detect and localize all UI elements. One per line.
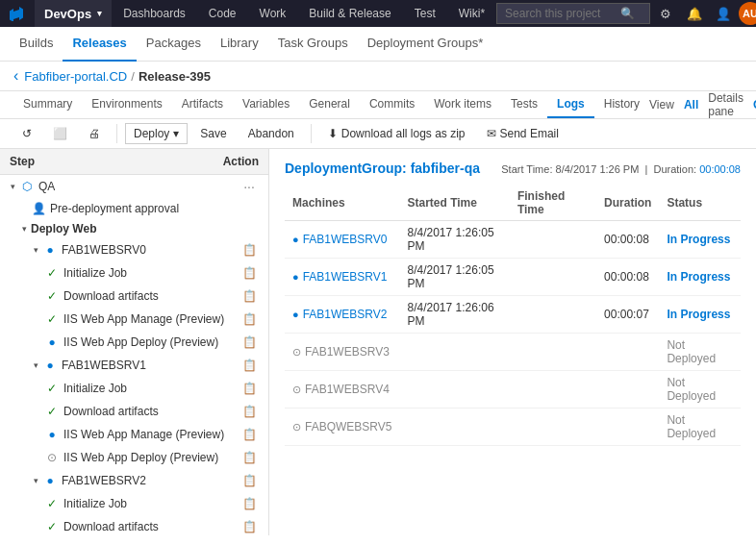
machine-name[interactable]: FAB1WEBSRV4 [305, 383, 390, 396]
download-label: Download all logs as zip [341, 127, 466, 140]
tree-item-srv1[interactable]: ▾ ● FAB1WEBSRV1 📋 [0, 354, 268, 377]
nav-packages[interactable]: Packages [137, 27, 211, 62]
view-label: View [649, 98, 674, 111]
logo[interactable] [0, 0, 35, 27]
srv2-init-log-icon[interactable]: 📋 [238, 495, 261, 512]
settings-icon[interactable]: ⚙ [652, 0, 679, 27]
machine-name[interactable]: FAB1WEBSRV2 [303, 308, 388, 321]
tree-item-srv0-manage[interactable]: ✓ IIS Web App Manage (Preview) 📋 [0, 308, 268, 331]
tab-logs[interactable]: Logs [547, 91, 594, 118]
expand-qa-icon: ▾ [6, 180, 19, 193]
tab-summary[interactable]: Summary [13, 91, 82, 118]
duration-cell: 00:00:08 [596, 221, 659, 259]
tree-item-predeployment[interactable]: 👤 Pre-deployment approval [0, 198, 268, 219]
user-icon[interactable]: 👤 [710, 0, 737, 27]
srv1-status-icon: ● [42, 358, 58, 373]
srv0-label: FAB1WEBSRV0 [62, 243, 238, 257]
srv0-log-icon[interactable]: 📋 [238, 241, 261, 259]
machine-cell[interactable]: ● FAB1WEBSRV2 [285, 296, 399, 334]
tab-tests[interactable]: Tests [501, 91, 547, 118]
tree-item-srv0-deploy[interactable]: ● IIS Web App Deploy (Preview) 📋 [0, 331, 268, 354]
tree-item-srv1-download[interactable]: ✓ Download artifacts 📋 [0, 400, 268, 423]
srv1-download-log-icon[interactable]: 📋 [238, 403, 261, 420]
download-logs-button[interactable]: ⬇ Download all logs as zip [319, 123, 474, 144]
tree-item-srv0[interactable]: ▾ ● FAB1WEBSRV0 📋 [0, 238, 268, 261]
deploy-button[interactable]: Deploy ▾ [125, 123, 188, 144]
avatar[interactable]: AU [739, 2, 756, 25]
tree-item-qa[interactable]: ▾ ⬡ QA ··· [0, 175, 268, 198]
srv0-init-log-icon[interactable]: 📋 [238, 264, 261, 282]
abandon-label: Abandon [248, 127, 294, 140]
print-button[interactable]: 🖨 [80, 123, 109, 144]
search-input[interactable] [505, 7, 620, 20]
machine-cell[interactable]: ⊙ FAB1WEBSRV3 [285, 334, 399, 371]
machine-cell[interactable]: ● FAB1WEBSRV0 [285, 221, 399, 259]
tree-item-deployweb[interactable]: ▾ Deploy Web [0, 219, 268, 238]
nav-build-release[interactable]: Build & Release [297, 0, 402, 27]
tree-item-srv0-download[interactable]: ✓ Download artifacts 📋 [0, 285, 268, 308]
srv1-log-icon[interactable]: 📋 [238, 357, 261, 374]
srv1-init-log-icon[interactable]: 📋 [238, 380, 261, 397]
org-name[interactable]: DevOps ▾ [35, 0, 112, 27]
machine-status-icon: ● [292, 271, 299, 283]
machine-cell[interactable]: ● FAB1WEBSRV1 [285, 259, 399, 296]
nav-task-groups[interactable]: Task Groups [268, 27, 358, 62]
started-cell [399, 334, 509, 371]
nav-deployment-groups[interactable]: Deployment Groups* [358, 27, 493, 62]
tab-commits[interactable]: Commits [360, 91, 424, 118]
tab-environments[interactable]: Environments [82, 91, 171, 118]
srv2-download-log-icon[interactable]: 📋 [238, 518, 261, 535]
notifications-icon[interactable]: 🔔 [681, 0, 708, 27]
dg-meta: Start Time: 8/4/2017 1:26 PM | Duration:… [501, 163, 741, 175]
srv0-deploy-label: IIS Web App Deploy (Preview) [63, 335, 238, 349]
tab-artifacts[interactable]: Artifacts [172, 91, 233, 118]
srv2-init-label: Initialize Job [63, 497, 238, 510]
tree-item-srv2[interactable]: ▾ ● FAB1WEBSRV2 📋 [0, 469, 268, 492]
tree-item-srv1-init[interactable]: ✓ Initialize Job 📋 [0, 377, 268, 400]
tab-general[interactable]: General [299, 91, 360, 118]
tree-item-srv1-manage[interactable]: ● IIS Web App Manage (Preview) 📋 [0, 423, 268, 446]
srv1-deploy-log-icon[interactable]: 📋 [238, 449, 261, 466]
machine-cell[interactable]: ⊙ FABQWEBSRV5 [285, 409, 399, 446]
machine-name[interactable]: FAB1WEBSRV3 [305, 345, 390, 359]
machine-name[interactable]: FABQWEBSRV5 [305, 420, 391, 434]
send-email-button[interactable]: ✉ Send Email [478, 123, 567, 144]
srv0-download-log-icon[interactable]: 📋 [238, 287, 261, 305]
nav-dashboards[interactable]: Dashboards [112, 0, 197, 27]
nav-test[interactable]: Test [403, 0, 447, 27]
machine-name[interactable]: FAB1WEBSRV1 [303, 270, 388, 284]
tree-item-srv1-deploy[interactable]: ⊙ IIS Web App Deploy (Preview) 📋 [0, 446, 268, 469]
refresh-button[interactable]: ↺ [13, 123, 40, 144]
secondary-nav: Builds Releases Packages Library Task Gr… [0, 27, 756, 62]
srv1-manage-log-icon[interactable]: 📋 [238, 426, 261, 443]
back-button[interactable]: ‹ [13, 67, 18, 85]
tree-item-srv2-init[interactable]: ✓ Initialize Job 📋 [0, 492, 268, 515]
nav-code[interactable]: Code [197, 0, 248, 27]
left-panel-header: Step Action [0, 149, 268, 175]
abandon-button[interactable]: Abandon [239, 123, 303, 144]
nav-releases[interactable]: Releases [63, 27, 136, 62]
nav-library[interactable]: Library [211, 27, 268, 62]
tab-variables[interactable]: Variables [233, 91, 299, 118]
nav-builds[interactable]: Builds [10, 27, 63, 62]
pipeline-link[interactable]: Fabfiber-portal.CD [24, 69, 127, 84]
view-all-link[interactable]: All [684, 98, 698, 111]
save-button[interactable]: Save [191, 123, 235, 144]
nav-wiki[interactable]: Wiki* [447, 0, 496, 27]
qa-action-icon[interactable]: ··· [238, 178, 261, 195]
tree-item-srv2-download[interactable]: ✓ Download artifacts 📋 [0, 515, 268, 535]
tab-work-items[interactable]: Work items [424, 91, 501, 118]
snapshot-button[interactable]: ⬜ [44, 123, 76, 144]
tab-history[interactable]: History [594, 91, 649, 118]
srv0-manage-log-icon[interactable]: 📋 [238, 310, 261, 328]
srv2-log-icon[interactable]: 📋 [238, 472, 261, 489]
srv0-deploy-log-icon[interactable]: 📋 [238, 334, 261, 351]
dg-name[interactable]: fabfiber-qa [411, 161, 480, 176]
tree-item-srv0-init[interactable]: ✓ Initialize Job 📋 [0, 261, 268, 285]
machine-name[interactable]: FAB1WEBSRV0 [303, 233, 388, 246]
qa-folder-icon: ⬡ [19, 179, 35, 194]
nav-work[interactable]: Work [248, 0, 298, 27]
machine-cell[interactable]: ⊙ FAB1WEBSRV4 [285, 371, 399, 409]
srv1-init-status-icon: ✓ [44, 381, 60, 396]
search-box[interactable]: 🔍 [496, 3, 650, 24]
